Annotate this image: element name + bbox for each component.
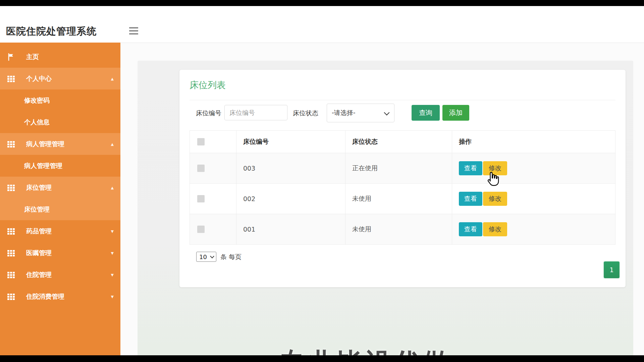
sidebar-item-personal-center[interactable]: 个人中心 ▲ [0,68,120,89]
app-header: 医院住院处管理系统 [0,6,644,43]
table-row: 002 未使用 查看 修改 [190,184,615,214]
sidebar-item-personal-info[interactable]: 个人信息 [0,111,120,133]
sidebar-item-bed-management[interactable]: 床位管理 ▲ [0,177,120,198]
sidebar-item-drug-management[interactable]: 药品管理 ▼ [0,220,120,242]
top-black-bar [0,0,644,6]
col-header-actions: 操作 [452,131,615,153]
col-header-bed-number: 床位编号 [236,131,345,153]
grid-icon [7,249,15,257]
page-size-select[interactable]: 10 [196,252,216,262]
sidebar-label: 床位管理 [26,183,52,192]
chevron-down-icon: ▼ [111,251,114,255]
sidebar-label: 病人管理管理 [24,162,62,170]
chevron-up-icon: ▲ [111,142,114,146]
table-header-row: 床位编号 床位状态 操作 [190,131,615,153]
view-button[interactable]: 查看 [459,192,482,206]
page-title: 床位列表 [190,79,226,91]
grid-icon [7,227,15,236]
cell-bed-status: 正在使用 [345,153,452,183]
chevron-down-icon: ▼ [111,294,114,299]
sidebar: 主页 个人中心 ▲ 修改密码 个人信息 病人管理管理 ▲ 病人管理管理 床位管理… [0,43,120,355]
row-checkbox[interactable] [197,165,205,172]
view-button[interactable]: 查看 [459,161,482,175]
edit-button[interactable]: 修改 [483,192,507,206]
sidebar-label: 药品管理 [26,227,52,236]
sidebar-label: 修改密码 [24,96,50,105]
grid-icon [7,270,15,279]
divider [190,100,615,100]
chevron-down-icon [210,254,214,258]
per-page-label: 条 每页 [220,253,241,261]
grid-icon [7,292,15,301]
chevron-up-icon: ▲ [111,185,114,190]
chevron-down-icon: ▼ [111,229,114,233]
chevron-up-icon: ▲ [111,76,114,81]
sidebar-label: 个人中心 [26,74,52,83]
grid-icon [7,183,15,192]
sidebar-label: 病人管理管理 [26,140,64,148]
add-button[interactable]: 添加 [442,105,469,121]
bed-list-card: 床位列表 床位编号 床位状态 -请选择- 查询 添加 床位编号 床位状态 操作 … [179,70,626,287]
cell-bed-number: 001 [236,214,345,244]
row-checkbox[interactable] [197,195,205,202]
sidebar-item-patient-management[interactable]: 病人管理管理 ▲ [0,133,120,155]
bed-status-label: 床位状态 [293,109,318,118]
select-all-checkbox[interactable] [197,138,205,145]
sidebar-label: 医嘱管理 [26,249,52,257]
chevron-down-icon [384,110,390,116]
menu-toggle-icon[interactable] [129,27,139,36]
sidebar-item-patient-management-sub[interactable]: 病人管理管理 [0,155,120,177]
flag-icon [7,53,15,61]
bed-number-label: 床位编号 [196,109,221,118]
edit-button[interactable]: 修改 [483,161,507,175]
sidebar-item-hospitalization-consumption-management[interactable]: 住院消费管理 ▼ [0,286,120,307]
sidebar-label: 住院管理 [26,270,52,279]
sidebar-label: 住院消费管理 [26,292,64,301]
bed-status-select[interactable]: -请选择- [327,104,394,122]
sidebar-item-change-password[interactable]: 修改密码 [0,89,120,111]
sidebar-item-hospitalization-management[interactable]: 住院管理 ▼ [0,264,120,286]
edit-button[interactable]: 修改 [483,222,507,236]
sidebar-label: 床位管理 [24,205,50,214]
page-size-value: 10 [199,253,207,260]
sidebar-item-medical-order-management[interactable]: 医嘱管理 ▼ [0,242,120,264]
col-header-bed-status: 床位状态 [345,131,452,153]
sidebar-item-bed-management-sub[interactable]: 床位管理 [0,198,120,220]
cell-bed-number: 002 [236,184,345,214]
view-button[interactable]: 查看 [459,222,482,236]
cell-bed-status: 未使用 [345,214,452,244]
sidebar-label: 个人信息 [24,118,50,127]
app-title: 医院住院处管理系统 [6,25,97,38]
row-checkbox[interactable] [197,226,205,233]
sidebar-item-home[interactable]: 主页 [0,46,120,68]
table-row: 001 未使用 查看 修改 [190,214,615,244]
grid-icon [7,140,15,148]
chevron-down-icon: ▼ [111,273,114,277]
table-row: 003 正在使用 查看 修改 [190,153,615,184]
page-number-button[interactable]: 1 [604,261,620,278]
bed-table: 床位编号 床位状态 操作 003 正在使用 查看 修改 002 未使用 查看 修… [190,130,615,245]
cell-bed-number: 003 [236,153,345,183]
bed-status-selected-value: -请选择- [332,109,356,117]
sidebar-label: 主页 [26,53,39,61]
bed-number-input[interactable] [224,105,287,120]
grid-icon [7,74,15,83]
bottom-black-bar [0,355,644,362]
query-button[interactable]: 查询 [412,105,440,121]
cell-bed-status: 未使用 [345,184,452,214]
